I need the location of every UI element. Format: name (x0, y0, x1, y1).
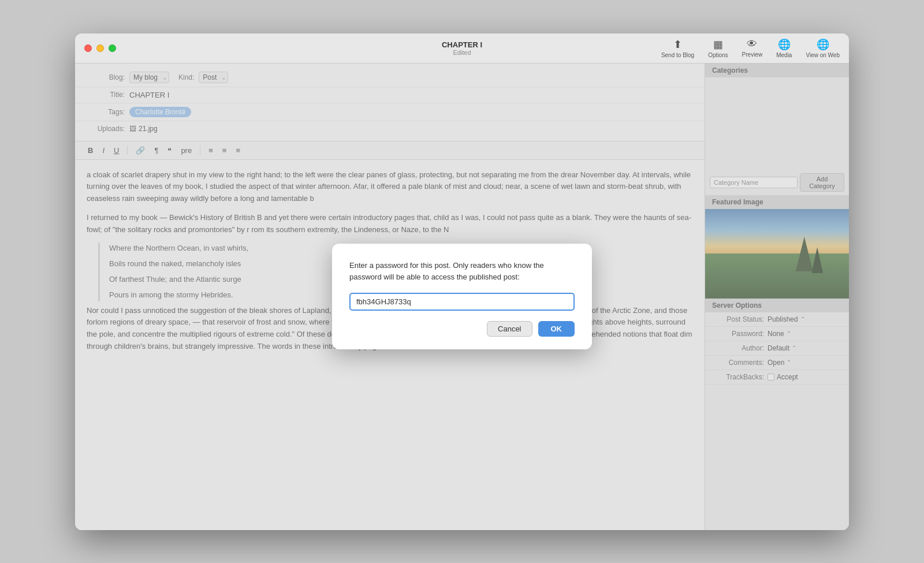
password-dialog: Enter a password for this post. Only rea… (332, 244, 592, 349)
view-on-web-label: View on Web (806, 52, 840, 58)
preview-button[interactable]: 👁 Preview (742, 38, 763, 58)
dialog-buttons: Cancel OK (349, 321, 575, 337)
options-label: Options (708, 52, 728, 58)
dialog-password-input[interactable] (349, 293, 575, 311)
close-button[interactable] (84, 44, 92, 52)
ok-button[interactable]: OK (538, 321, 575, 337)
send-to-blog-label: Send to Blog (661, 52, 694, 58)
main-content: Blog: My blog Kind: Post Title: (75, 64, 849, 530)
dialog-message: Enter a password for this post. Only rea… (349, 260, 575, 282)
send-to-blog-button[interactable]: ⬆ Send to Blog (661, 38, 694, 58)
modal-overlay: Enter a password for this post. Only rea… (75, 64, 849, 530)
options-icon: ▦ (713, 38, 723, 51)
preview-label: Preview (742, 51, 763, 58)
window-title-group: CHAPTER I Edited (442, 40, 482, 56)
media-icon: 🌐 (778, 38, 791, 51)
view-on-web-button[interactable]: 🌐 View on Web (806, 38, 840, 58)
media-button[interactable]: 🌐 Media (776, 38, 792, 58)
app-window: CHAPTER I Edited ⬆ Send to Blog ▦ Option… (75, 33, 849, 530)
window-title: CHAPTER I (442, 40, 482, 49)
minimize-button[interactable] (96, 44, 104, 52)
titlebar: CHAPTER I Edited ⬆ Send to Blog ▦ Option… (75, 33, 849, 64)
send-icon: ⬆ (673, 38, 682, 51)
window-subtitle: Edited (442, 49, 482, 56)
cancel-button[interactable]: Cancel (487, 321, 532, 337)
options-button[interactable]: ▦ Options (708, 38, 728, 58)
view-on-web-icon: 🌐 (817, 38, 829, 51)
maximize-button[interactable] (109, 44, 116, 52)
traffic-lights (84, 44, 116, 52)
preview-icon: 👁 (747, 38, 757, 50)
toolbar-actions: ⬆ Send to Blog ▦ Options 👁 Preview 🌐 Med… (661, 38, 840, 58)
media-label: Media (776, 52, 792, 58)
